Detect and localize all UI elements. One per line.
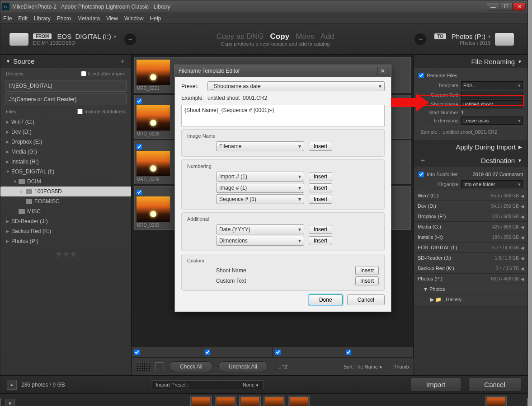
check-all-button[interactable]: Check All [169, 361, 213, 372]
device-eos[interactable]: I:\(EOS_DIGITAL) [5, 80, 127, 92]
destination-drive[interactable]: SD-Reader (J:)1.8 / 1.9 GB◀ [414, 253, 527, 263]
sort-dropdown[interactable]: File Name [355, 364, 378, 369]
uncheck-all-button[interactable]: Uncheck All [218, 361, 268, 372]
destination-drive[interactable]: Win7 (C:)55.4 / 466 GB◀ [414, 191, 527, 201]
menu-library[interactable]: Library [34, 15, 51, 22]
insert-button[interactable]: Insert [309, 236, 332, 245]
device-cardreader[interactable]: J:\(Camera or Card Reader) [5, 93, 127, 105]
insert-button[interactable]: Insert [309, 142, 332, 151]
add-destination-icon[interactable]: ＋ [419, 156, 426, 165]
minimize-button[interactable]: — [487, 3, 499, 11]
folder-100eos5d[interactable]: ▷100EOS5D [0, 187, 131, 196]
destination-drive[interactable]: EOS_DIGITAL (I:)5.7 / 14.9 GB◀ [414, 243, 527, 253]
eject-checkbox[interactable] [81, 71, 86, 76]
menu-metadata[interactable]: Metadata [77, 15, 100, 22]
destination-folder[interactable]: ▼ Photos [414, 284, 527, 294]
drive-dropbox[interactable]: ▶Dropbox (E:) [0, 137, 131, 147]
pattern-textarea[interactable]: {Shoot Name}_{Sequence # (0001)»} [181, 105, 385, 126]
destination-drive[interactable]: Installs (H:)188 / 250 GB◀ [414, 232, 527, 243]
insert-button[interactable]: Insert [309, 183, 332, 192]
thumb-checkbox[interactable] [137, 98, 142, 104]
drive-eos-digital[interactable]: ▼EOS_DIGITAL (I:) [0, 167, 131, 177]
destination-drive[interactable]: Backup Red (K:)2.4 / 3.6 TB◀ [414, 263, 527, 274]
preset-dropdown[interactable]: _Shootname as date [207, 81, 385, 91]
template-dropdown[interactable]: Edit... [461, 81, 523, 89]
from-dropdown-icon[interactable]: ♦ [114, 34, 116, 39]
drive-backup-red[interactable]: ▶Backup Red (K:) [0, 226, 131, 236]
insert-button[interactable]: Insert [309, 195, 332, 204]
to-drive[interactable]: Photos (P:) [452, 33, 485, 40]
drive-media[interactable]: ▶Media (G:) [0, 147, 131, 157]
drive-win7[interactable]: ▶Win7 (C:) [0, 117, 131, 127]
filmstrip-collapse-icon[interactable]: ▼ [5, 399, 15, 406]
single-view-icon[interactable] [155, 362, 164, 371]
import-button[interactable]: Import [410, 378, 461, 392]
date-dropdown[interactable]: Date (YYYY) [216, 224, 304, 234]
from-drive[interactable]: EOS_DIGITAL (I:) [57, 33, 111, 40]
done-button[interactable]: Done [309, 294, 343, 305]
filename-dropdown[interactable]: Filename [216, 141, 304, 151]
mode-copy[interactable]: Copy [270, 32, 290, 41]
dialog-close-button[interactable]: ✕ [377, 67, 387, 75]
menu-view[interactable]: View [106, 15, 118, 22]
drive-sdreader[interactable]: ▶SD-Reader (J:) [0, 216, 131, 226]
filmstrip-thumb[interactable] [485, 396, 507, 406]
cancel-button[interactable]: Cancel [468, 378, 521, 392]
insert-button[interactable]: Insert [309, 172, 332, 181]
include-subfolders-checkbox[interactable] [77, 109, 83, 114]
destination-drive[interactable]: Dev (D:)94.1 / 250 GB◀ [414, 201, 527, 211]
file-renaming-header[interactable]: File Renaming ▼ [414, 55, 527, 68]
apply-during-import-header[interactable]: Apply During Import ▶ [414, 140, 527, 154]
start-number-field[interactable]: 1 [461, 110, 464, 115]
menu-file[interactable]: File [3, 15, 12, 22]
segment-checkbox[interactable] [205, 350, 210, 355]
insert-button[interactable]: Insert [355, 276, 379, 285]
expand-left-icon[interactable]: ▲ [7, 380, 17, 390]
import-num-dropdown[interactable]: Import # (1) [216, 172, 304, 182]
add-source-icon[interactable]: ＋ [119, 57, 126, 65]
filmstrip-thumb[interactable] [215, 396, 236, 406]
destination-drive[interactable]: Media (G:)425 / 863 GB◀ [414, 222, 527, 232]
insert-button[interactable]: Insert [355, 266, 379, 275]
into-subfolder-checkbox[interactable] [419, 172, 424, 177]
destination-folder[interactable]: ▶ 📁 _Gallery [414, 294, 527, 305]
filmstrip-thumb[interactable] [190, 396, 212, 406]
sort-order-icon[interactable]: ↕ᴬᴢ [278, 363, 287, 370]
segment-checkbox[interactable] [275, 350, 281, 355]
dimensions-dropdown[interactable]: Dimensions [216, 236, 304, 246]
filmstrip-thumb[interactable] [264, 396, 285, 406]
menu-edit[interactable]: Edit [18, 15, 28, 22]
drive-photos[interactable]: ▶Photos (P:) [0, 236, 131, 246]
menu-window[interactable]: Window [124, 15, 144, 22]
thumb-checkbox[interactable] [137, 144, 142, 149]
drive-dev[interactable]: ▶Dev (D:) [0, 127, 131, 137]
shoot-name-field[interactable]: untitled shoot [461, 100, 523, 108]
sequence-num-dropdown[interactable]: Sequence # (1) [216, 194, 304, 204]
folder-misc[interactable]: MISC [0, 206, 131, 216]
folder-eosmisc[interactable]: EOSMISC [0, 196, 131, 206]
maximize-button[interactable]: ☐ [500, 3, 513, 11]
segment-checkbox[interactable] [346, 350, 351, 355]
subfolder-value[interactable]: 2019-08-27 Cormorant [473, 172, 523, 177]
organize-dropdown[interactable]: Into one folder [461, 180, 523, 188]
destination-drive[interactable]: Photos (P:)66.0 / 466 GB◀ [414, 274, 527, 284]
close-button[interactable]: ✕ [513, 3, 526, 11]
destination-header[interactable]: ＋ Destination ▼ [414, 154, 527, 167]
rename-files-checkbox[interactable] [419, 73, 424, 78]
menu-photo[interactable]: Photo [57, 15, 71, 22]
extensions-dropdown[interactable]: Leave as-is [461, 117, 523, 125]
image-num-dropdown[interactable]: Image # (1) [216, 183, 304, 193]
mode-add[interactable]: Add [320, 32, 334, 41]
import-preset-dropdown[interactable]: Import Preset :None ♦ [151, 380, 264, 389]
drive-installs[interactable]: ▶Installs (H:) [0, 157, 131, 167]
mode-move[interactable]: Move [296, 32, 315, 41]
mode-copy-dng[interactable]: Copy as DNG [217, 32, 264, 41]
custom-text-field[interactable] [461, 91, 523, 99]
menu-help[interactable]: Help [150, 15, 161, 22]
dialog-cancel-button[interactable]: Cancel [347, 294, 385, 305]
filmstrip-thumb[interactable] [288, 396, 310, 406]
to-dropdown-icon[interactable]: ♦ [488, 34, 490, 39]
folder-dcim[interactable]: ▼DCIM [0, 177, 131, 187]
source-panel-header[interactable]: ▼ Source ＋ [0, 55, 131, 68]
insert-button[interactable]: Insert [309, 225, 332, 234]
